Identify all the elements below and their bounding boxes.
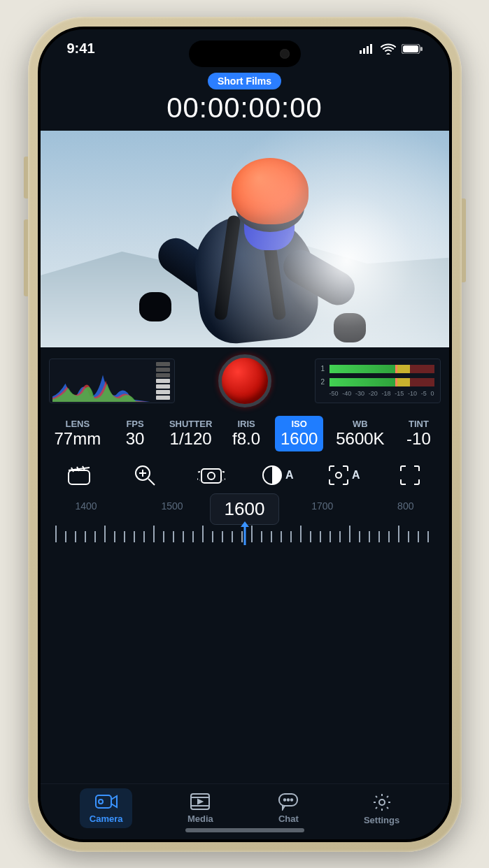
tab-label: Camera	[90, 813, 123, 824]
svg-rect-12	[201, 469, 221, 483]
slate-icon[interactable]	[55, 465, 104, 486]
timecode: 00:00:00:00	[166, 92, 322, 124]
svg-point-67	[288, 799, 289, 800]
focus-auto-icon[interactable]: A	[320, 465, 369, 486]
svg-line-9	[148, 479, 155, 485]
record-button[interactable]	[218, 354, 271, 407]
param-wb[interactable]: WB5600K	[330, 416, 390, 451]
svg-point-60	[99, 800, 103, 804]
camera-viewfinder[interactable]	[41, 131, 449, 347]
tab-label: Media	[187, 813, 213, 824]
ruler-label: 1400	[76, 500, 97, 512]
param-iso[interactable]: ISO1600	[275, 416, 323, 451]
svg-rect-1	[363, 48, 365, 54]
svg-point-69	[379, 800, 385, 805]
audio-meters[interactable]: 1 2 -50 -40 -30 -20 -18 -15 -10 -5 0	[315, 359, 441, 403]
param-lens[interactable]: LENS77mm	[49, 416, 107, 451]
svg-point-17	[336, 472, 341, 478]
ruler-value: 1600	[210, 493, 280, 525]
svg-rect-7	[69, 470, 90, 484]
histogram-scope[interactable]	[49, 359, 175, 403]
ruler-label: 1700	[311, 500, 333, 512]
param-tint[interactable]: TINT-10	[397, 416, 440, 451]
ruler-pointer-icon	[239, 521, 250, 548]
home-indicator[interactable]	[185, 828, 304, 832]
svg-rect-0	[360, 50, 362, 54]
cellular-icon	[360, 44, 375, 54]
svg-marker-64	[198, 800, 202, 804]
dynamic-island	[189, 41, 301, 67]
svg-rect-3	[370, 44, 372, 54]
param-fps[interactable]: FPS30	[113, 416, 157, 451]
camera-params: LENS77mm FPS30 SHUTTER1/120 IRISf8.0 ISO…	[41, 409, 449, 454]
svg-rect-6	[420, 47, 423, 51]
tab-label: Settings	[364, 815, 399, 825]
fullscreen-icon[interactable]	[385, 465, 434, 486]
tab-settings[interactable]: Settings	[354, 788, 409, 830]
screen: 9:41 Short Films 00:00:00:00	[38, 27, 452, 842]
svg-point-68	[291, 799, 292, 800]
svg-rect-5	[403, 45, 418, 52]
tool-row: A A	[41, 454, 449, 492]
svg-rect-2	[367, 46, 369, 54]
tab-chat[interactable]: Chat	[268, 788, 309, 828]
tab-camera[interactable]: Camera	[80, 788, 133, 828]
svg-marker-57	[241, 521, 249, 527]
svg-point-13	[208, 472, 215, 479]
iso-dial[interactable]: 1400 1500 1700 800 1600	[41, 496, 449, 545]
tab-label: Chat	[278, 813, 299, 824]
svg-point-66	[284, 799, 285, 800]
ruler-label: 1500	[161, 500, 183, 512]
ruler-label: 800	[397, 500, 413, 512]
wifi-icon	[381, 43, 396, 55]
zoom-icon[interactable]	[120, 464, 169, 486]
exposure-auto-icon[interactable]: A	[253, 465, 302, 486]
status-time: 9:41	[67, 41, 95, 57]
project-pill[interactable]: Short Films	[208, 73, 281, 89]
param-iris[interactable]: IRISf8.0	[225, 416, 268, 451]
battery-icon	[402, 44, 423, 54]
param-shutter[interactable]: SHUTTER1/120	[164, 416, 218, 451]
tab-media[interactable]: Media	[178, 788, 223, 828]
phone-frame: 9:41 Short Films 00:00:00:00	[28, 17, 462, 852]
lens-switch-icon[interactable]	[187, 465, 236, 486]
